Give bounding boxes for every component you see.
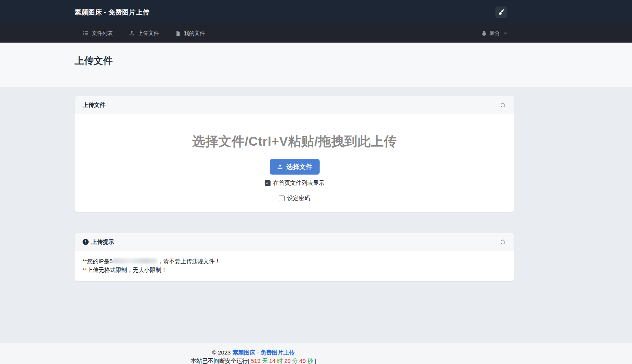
nav-item-label: 我的文件 [184,30,205,37]
upload-card-header: 上传文件 [75,96,514,114]
content-area: 上传文件 选择文件/Ctrl+V粘贴/拖拽到此上传 [0,96,632,343]
upload-hint: 选择文件/Ctrl+V粘贴/拖拽到此上传 [192,133,397,150]
copyright-text: © 2023 [212,349,231,356]
footer: © 2023素颜图床 - 免费图片上传 本站已不间断安全运行[519天14时29… [0,343,632,364]
upload-dropzone[interactable]: 选择文件/Ctrl+V粘贴/拖拽到此上传 选择文件 在首页文件列表显示 [75,114,514,212]
tips-card-header: ! 上传提示 [75,233,514,251]
qq-icon [481,30,487,36]
theme-toggle-button[interactable] [495,6,507,18]
set-password-label: 设定密码 [287,195,310,202]
choose-file-label: 选择文件 [287,162,312,171]
tips-body: **您的IP是5，请不要上传违规文件！ **上传无格式限制，无大小限制！ [75,251,514,281]
uptime-minutes-value: 29 [284,358,291,364]
tips-line-ip: **您的IP是5，请不要上传违规文件！ [83,257,506,265]
show-on-home-label: 在首页文件列表显示 [273,180,325,187]
refresh-icon [500,102,506,108]
uptime-minutes-unit: 分 [292,358,298,364]
show-on-home-checkbox[interactable] [265,180,271,186]
uptime-hours-value: 14 [269,358,275,364]
redacted-ip [113,258,157,264]
nav-item-my-files[interactable]: 我的文件 [175,30,205,37]
info-icon: ! [83,239,89,245]
brush-icon [498,9,504,15]
main-nav: 文件列表 上传文件 我的文件 [0,24,632,43]
set-password-checkbox[interactable] [279,196,285,201]
uptime-prefix: 本站已不间断安全运行[ [191,358,249,364]
refresh-button[interactable] [499,102,506,109]
list-icon [83,30,89,36]
upload-card-title: 上传文件 [83,102,105,109]
chevron-down-icon [503,31,508,35]
uptime-days-unit: 天 [262,358,267,364]
page-title: 上传文件 [75,43,514,67]
uptime-line: 本站已不间断安全运行[519天14时29分49秒] [75,357,432,364]
upload-card: 上传文件 选择文件/Ctrl+V粘贴/拖拽到此上传 [75,96,514,212]
refresh-icon [500,239,506,245]
choose-file-button[interactable]: 选择文件 [270,159,320,175]
file-icon [175,30,181,36]
copyright-line: © 2023素颜图床 - 免费图片上传 [75,348,432,357]
page-head: 上传文件 [0,43,632,87]
tips-card-title: 上传提示 [91,238,114,246]
nav-item-label: 文件列表 [92,30,113,37]
aggregate-label: 聚合 [489,30,500,37]
uptime-seconds-unit: 秒 [307,358,313,364]
upload-icon [277,164,283,170]
upload-icon [129,30,135,36]
show-on-home-checkbox-row[interactable]: 在首页文件列表显示 [265,180,325,187]
tips-card: ! 上传提示 **您的IP是5，请不要上传违规文件！ **上传无格式限制，无大小… [75,233,514,281]
nav-item-upload[interactable]: 上传文件 [129,30,159,37]
site-link[interactable]: 素颜图床 - 免费图片上传 [232,349,295,356]
tips-line-limits: **上传无格式限制，无大小限制！ [83,265,506,274]
nav-item-label: 上传文件 [138,30,159,37]
uptime-seconds-value: 49 [299,358,306,364]
refresh-button[interactable] [499,238,506,246]
uptime-days-value: 519 [251,358,260,364]
top-header: 素颜图床 - 免费图片上传 [0,0,632,24]
uptime-hours-unit: 时 [277,358,283,364]
nav-item-file-list[interactable]: 文件列表 [83,30,113,37]
uptime-suffix: ] [315,358,316,364]
set-password-checkbox-row[interactable]: 设定密码 [279,195,310,202]
aggregate-dropdown[interactable]: 聚合 [481,30,508,37]
site-title: 素颜图床 - 免费图片上传 [75,8,150,17]
